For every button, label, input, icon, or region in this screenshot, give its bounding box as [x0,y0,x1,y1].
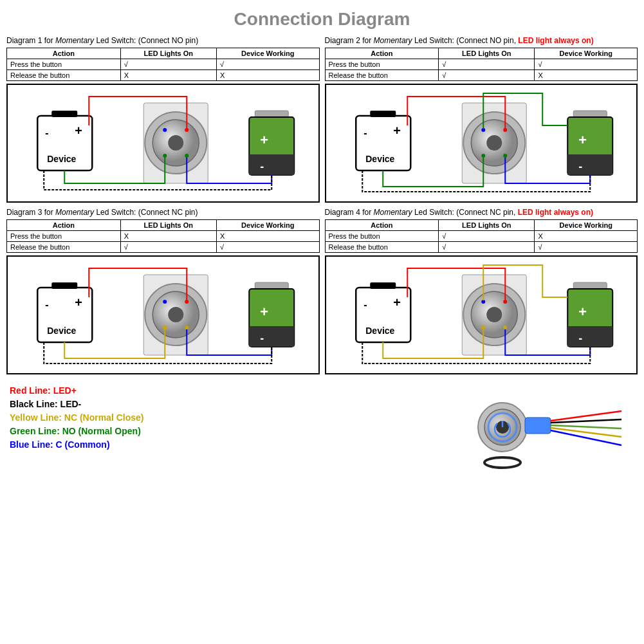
col-header-action: Action [7,48,121,59]
legend-container: Red Line: LED+ Black Line: LED- Yellow L… [0,374,644,472]
svg-point-65 [481,326,485,329]
table-row: Press the button [325,231,439,242]
diagram-1: Diagram 1 for Momentary Led Switch: (Con… [6,36,320,203]
diagram-2-title: Diagram 2 for Momentary Led Switch: (Con… [325,36,638,45]
table-row: X [535,70,638,81]
legend-text: Red Line: LED+ Black Line: LED- Yellow L… [10,382,441,453]
svg-text:+: + [578,304,587,320]
table-row: √ [120,59,216,70]
table-row: Press the button [325,59,439,70]
svg-rect-67 [573,282,607,289]
svg-point-45 [163,300,167,304]
svg-point-30 [503,154,507,158]
switch-illustration [454,382,621,472]
table-row: X [216,231,319,242]
diagram-3-title: Diagram 3 for Momentary Led Switch: (Con… [6,208,320,217]
diagram-1-table: Action LED Lights On Device Working Pres… [6,48,320,81]
diagram-4: Diagram 4 for Momentary Led Switch: (Con… [325,208,638,374]
svg-point-47 [163,326,167,329]
table-row: √ [216,242,319,253]
svg-text:Device: Device [365,326,394,336]
svg-text:-: - [260,160,264,173]
svg-point-9 [163,128,167,132]
svg-rect-13 [255,111,288,117]
diagram-3-box: - + Device + - [6,255,320,374]
diagram-4-title: Diagram 4 for Momentary Led Switch: (Con… [325,208,638,217]
svg-text:+: + [393,295,401,309]
table-row: Release the button [325,242,439,253]
col-header-device: Device Working [216,48,319,59]
svg-text:-: - [363,299,367,310]
svg-text:-: - [363,127,367,138]
svg-point-26 [486,135,502,151]
diagram-2-table: Action LED Lights On Device Working Pres… [325,48,638,81]
svg-text:-: - [45,127,48,138]
table-row: √ [535,242,638,253]
svg-point-62 [486,307,502,322]
svg-text:-: - [578,332,582,345]
svg-text:+: + [393,124,401,138]
legend-blue-line: Blue Line: C (Common) [10,439,441,450]
svg-point-44 [168,307,183,322]
table-row: √ [439,59,535,70]
svg-text:Device: Device [365,154,394,164]
svg-rect-49 [255,282,288,289]
table-row: √ [535,59,638,70]
svg-text:+: + [578,132,587,148]
svg-point-66 [503,326,507,329]
table-row: X [535,231,638,242]
diagram-1-title: Diagram 1 for Momentary Led Switch: (Con… [6,36,320,45]
svg-rect-51 [249,326,294,347]
table-row: X [120,231,216,242]
table-row: Press the button [7,231,121,242]
diagram-4-box: - + Device + - [325,255,638,374]
svg-rect-31 [573,111,607,117]
table-row: Press the button [7,59,121,70]
diagram-1-box: - + Device [6,84,320,203]
col-header-led: LED Lights On [120,48,216,59]
table-row: √ [216,59,319,70]
svg-rect-69 [567,326,612,347]
svg-rect-1 [51,111,77,117]
diagram-4-table: Action LED Lights On Device Working Pres… [325,219,638,253]
svg-rect-37 [51,282,77,289]
table-row: Release the button [325,70,439,81]
svg-text:+: + [260,304,268,320]
svg-text:-: - [45,299,48,310]
table-row: √ [439,231,535,242]
svg-text:+: + [260,132,268,148]
svg-line-79 [551,425,621,428]
svg-text:-: - [260,332,264,345]
svg-text:-: - [578,160,582,173]
svg-point-12 [185,154,189,158]
diagram-2-box: - + Device + - [325,84,638,203]
table-row: √ [120,242,216,253]
svg-rect-76 [525,418,551,434]
svg-point-29 [481,154,485,158]
legend-green-line: Green Line: NO (Normal Open) [10,426,441,436]
legend-red-line: Red Line: LED+ [10,385,441,396]
legend-black-line: Black Line: LED- [10,399,441,409]
table-row: √ [439,70,535,81]
legend-yellow-line: Yellow Line: NC (Normal Close) [10,412,441,423]
legend-image [441,382,634,472]
diagrams-grid: Diagram 1 for Momentary Led Switch: (Con… [0,36,644,374]
svg-rect-55 [370,282,396,289]
svg-text:Device: Device [47,154,76,164]
diagram-2: Diagram 2 for Momentary Led Switch: (Con… [325,36,638,203]
table-row: Release the button [7,70,121,81]
svg-text:Device: Device [47,326,76,336]
svg-point-11 [163,154,167,158]
table-row: Release the button [7,242,121,253]
table-row: X [120,70,216,81]
svg-rect-15 [249,154,294,175]
svg-rect-19 [370,111,396,117]
table-row: X [216,70,319,81]
svg-text:+: + [75,295,82,309]
diagram-3: Diagram 3 for Momentary Led Switch: (Con… [6,208,320,374]
svg-rect-33 [567,154,612,175]
svg-point-8 [168,135,183,151]
page-title: Connection Diagram [0,0,644,36]
svg-point-48 [185,326,189,329]
table-row: √ [439,242,535,253]
